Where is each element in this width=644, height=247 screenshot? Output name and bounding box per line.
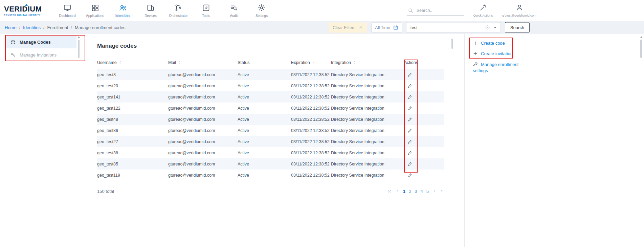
sort-both-icon — [353, 61, 356, 64]
sidebar-item-manage-codes[interactable]: Manage Codes — [5, 36, 76, 48]
edit-code-button[interactable] — [406, 138, 414, 145]
search-icon — [408, 8, 413, 13]
page-last-icon — [440, 189, 444, 194]
nav-item-settings[interactable]: Settings — [248, 4, 275, 18]
content-area: Manage CodesManage Invitations Manage co… — [0, 34, 644, 247]
breadcrumb-bar: Home/Identities/Enrollment/Manage enroll… — [0, 21, 644, 34]
actions-cell — [404, 161, 444, 167]
nav-item-label: Tools — [202, 14, 210, 18]
breadcrumb-item-identities[interactable]: Identities — [23, 25, 41, 30]
quick-actions-button[interactable]: Quick Actions — [473, 4, 493, 17]
status-cell: Active — [238, 117, 291, 122]
sidebar-scrollbar[interactable] — [77, 35, 81, 245]
pagination-prev-button[interactable] — [395, 189, 400, 194]
scrollbar-thumb[interactable] — [640, 40, 642, 58]
scrollbar-thumb[interactable] — [451, 39, 453, 49]
column-header-username[interactable]: Username — [97, 60, 168, 65]
brand-name: VERIDIUM — [4, 5, 49, 14]
column-header-expiration[interactable]: Expiration — [291, 60, 331, 65]
clear-filters-label: Clear Filters — [333, 25, 355, 30]
main-scrollbar[interactable] — [450, 35, 454, 245]
expiration-cell: 03/11/2022 12:38:52 — [291, 162, 331, 166]
search-button[interactable]: Search — [505, 22, 530, 33]
pencil-icon — [407, 139, 413, 144]
calendar-icon — [393, 25, 398, 30]
page-2-button[interactable]: 2 — [409, 189, 411, 194]
sidebar-item-manage-invitations[interactable]: Manage Invitations — [5, 48, 76, 61]
brand-logo[interactable]: VERIDIUM TRUSTED DIGITAL IDENTITY — [4, 5, 49, 16]
filter-search-input[interactable] — [410, 25, 482, 30]
nav-item-orchestrator[interactable]: Orchestrator — [164, 4, 192, 18]
brand-tagline: TRUSTED DIGITAL IDENTITY — [4, 14, 49, 16]
pagination: 12345 — [387, 189, 444, 194]
nav-item-applications[interactable]: Applications — [81, 4, 109, 18]
edit-code-button[interactable] — [406, 150, 414, 156]
sort-both-icon — [118, 61, 122, 64]
manage-enrollment-settings-link[interactable]: Manage enrollment settings — [473, 61, 524, 74]
nav-item-audit[interactable]: Audit — [220, 4, 248, 18]
nav-item-tools[interactable]: Tools — [192, 4, 220, 18]
edit-code-button[interactable] — [406, 161, 414, 167]
edit-code-button[interactable] — [406, 127, 414, 134]
breadcrumb-item-home[interactable]: Home — [5, 25, 17, 30]
integration-cell: Directory Service Integration — [331, 139, 404, 144]
scroll-up-icon — [640, 36, 642, 38]
table-header-row: UsernameMailStatusExpirationIntegrationA… — [97, 56, 444, 69]
global-search-input[interactable] — [416, 8, 460, 13]
column-header-label: Integration — [331, 60, 351, 65]
page-5-button[interactable]: 5 — [426, 189, 429, 194]
edit-code-button[interactable] — [406, 83, 414, 89]
chevron-down-icon[interactable] — [493, 25, 497, 29]
mail-cell: gtureac@veridiumid.com — [168, 106, 238, 111]
breadcrumb-separator: / — [19, 25, 20, 30]
dashboard-icon — [63, 4, 71, 12]
pagination-next-button[interactable] — [432, 189, 437, 194]
time-range-selector[interactable]: All Time — [371, 22, 402, 32]
edit-code-button[interactable] — [406, 71, 414, 78]
nav-item-devices[interactable]: Devices — [137, 4, 164, 18]
username-cell: geo_test86 — [97, 128, 168, 133]
nav-item-identities[interactable]: Identities — [109, 4, 137, 18]
create-invitation-link[interactable]: Create invitation — [473, 50, 524, 57]
status-cell: Active — [238, 95, 291, 99]
wand-icon — [480, 4, 487, 11]
user-menu[interactable]: q'ctest@veridiumid.com — [502, 4, 536, 17]
edit-code-button[interactable] — [406, 172, 414, 178]
table-row: geo_test38gtureac@veridiumid.comActive03… — [97, 147, 444, 158]
pencil-icon — [407, 150, 413, 155]
edit-code-button[interactable] — [406, 116, 414, 122]
status-cell: Active — [238, 139, 291, 144]
pagination-last-button[interactable] — [440, 189, 444, 194]
nav-item-dashboard[interactable]: Dashboard — [53, 4, 81, 18]
clear-filters-button[interactable]: Clear Filters — [329, 22, 367, 32]
table-footer: 150 total 12345 — [97, 189, 444, 194]
username-cell: geo_test20 — [97, 84, 168, 88]
edit-code-button[interactable] — [406, 94, 414, 100]
column-header-integration[interactable]: Integration — [331, 60, 404, 65]
page-1-button[interactable]: 1 — [403, 189, 405, 194]
create-code-link[interactable]: Create code — [473, 40, 524, 46]
page-scrollbar[interactable] — [639, 35, 643, 245]
main-panel: Manage codes UsernameMailStatusExpiratio… — [81, 34, 464, 247]
user-email: q'ctest@veridiumid.com — [502, 14, 536, 17]
nav-item-label: Settings — [256, 14, 268, 18]
expiration-cell: 03/11/2022 12:38:52 — [291, 139, 331, 144]
edit-code-button[interactable] — [406, 105, 414, 111]
clear-input-icon[interactable] — [485, 25, 490, 30]
page-3-button[interactable]: 3 — [415, 189, 417, 194]
column-header-mail[interactable]: Mail — [168, 60, 238, 65]
total-count: 150 total — [97, 189, 114, 194]
scrollbar-thumb[interactable] — [78, 40, 80, 58]
close-icon — [359, 25, 363, 30]
actions-cell — [404, 127, 444, 134]
pencil-icon — [407, 94, 413, 99]
username-cell: geo_test38 — [97, 151, 168, 155]
username-cell: geo_test27 — [97, 139, 168, 144]
column-header-actions: Actions — [404, 60, 444, 65]
pagination-first-button[interactable] — [387, 189, 392, 194]
link-label: Create code — [481, 41, 505, 46]
expiration-cell: 03/11/2022 12:38:52 — [291, 173, 331, 178]
page-4-button[interactable]: 4 — [421, 189, 423, 194]
nav-item-label: Applications — [86, 14, 104, 18]
integration-cell: Directory Service Integration — [331, 95, 404, 99]
